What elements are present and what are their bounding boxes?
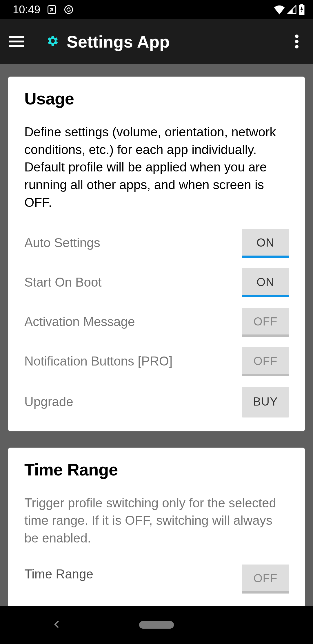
buy-button[interactable]: BUY <box>242 387 289 417</box>
sync-icon <box>63 4 74 15</box>
toggle-time-range[interactable]: OFF <box>242 565 289 592</box>
toggle-notification-buttons[interactable]: OFF <box>242 347 289 375</box>
usage-title: Usage <box>24 89 289 108</box>
toggle-activation-message[interactable]: OFF <box>242 308 289 336</box>
row-upgrade: Upgrade BUY <box>24 387 289 417</box>
svg-point-9 <box>295 45 299 48</box>
row-time-range-toggle: Time Range OFF <box>24 565 289 592</box>
row-notification-buttons: Notification Buttons [PRO] OFF <box>24 347 289 375</box>
label-auto-settings: Auto Settings <box>24 236 242 250</box>
svg-rect-3 <box>300 4 303 6</box>
nav-back-icon[interactable] <box>52 619 62 630</box>
row-start-on-boot: Start On Boot ON <box>24 268 289 296</box>
toggle-auto-settings[interactable]: ON <box>242 229 289 257</box>
label-activation-message: Activation Message <box>24 314 242 329</box>
usage-card: Usage Define settings (volume, orientati… <box>8 77 305 431</box>
label-upgrade: Upgrade <box>24 395 242 409</box>
app-bar: Settings App <box>0 19 313 64</box>
content-area: Usage Define settings (volume, orientati… <box>0 64 313 606</box>
svg-point-8 <box>295 40 299 43</box>
status-bar: 10:49 <box>0 0 313 19</box>
overflow-menu-icon[interactable] <box>285 30 308 53</box>
row-activation-message: Activation Message OFF <box>24 308 289 336</box>
svg-rect-4 <box>9 36 24 38</box>
label-start-on-boot: Start On Boot <box>24 275 242 290</box>
toggle-start-on-boot[interactable]: ON <box>242 268 289 296</box>
nav-home-pill[interactable] <box>139 621 174 629</box>
time-range-description: Trigger profile switching only for the s… <box>24 494 289 547</box>
screenshot-icon <box>47 4 57 15</box>
usage-description: Define settings (volume, orientation, ne… <box>24 123 289 211</box>
hamburger-icon[interactable] <box>5 30 28 53</box>
status-time: 10:49 <box>13 3 40 16</box>
time-range-card: Time Range Trigger profile switching onl… <box>8 448 305 606</box>
navigation-bar <box>0 606 313 644</box>
battery-icon <box>299 4 305 15</box>
gear-icon <box>45 34 59 49</box>
svg-rect-5 <box>9 41 24 43</box>
label-time-range: Time Range <box>24 565 242 581</box>
wifi-icon <box>274 5 285 15</box>
svg-rect-6 <box>9 45 24 47</box>
signal-icon <box>287 5 297 15</box>
svg-point-7 <box>295 35 299 38</box>
time-range-title: Time Range <box>24 460 289 479</box>
label-notification-buttons: Notification Buttons [PRO] <box>24 354 242 368</box>
app-title: Settings App <box>67 32 170 51</box>
row-auto-settings: Auto Settings ON <box>24 229 289 257</box>
svg-point-1 <box>65 6 73 14</box>
